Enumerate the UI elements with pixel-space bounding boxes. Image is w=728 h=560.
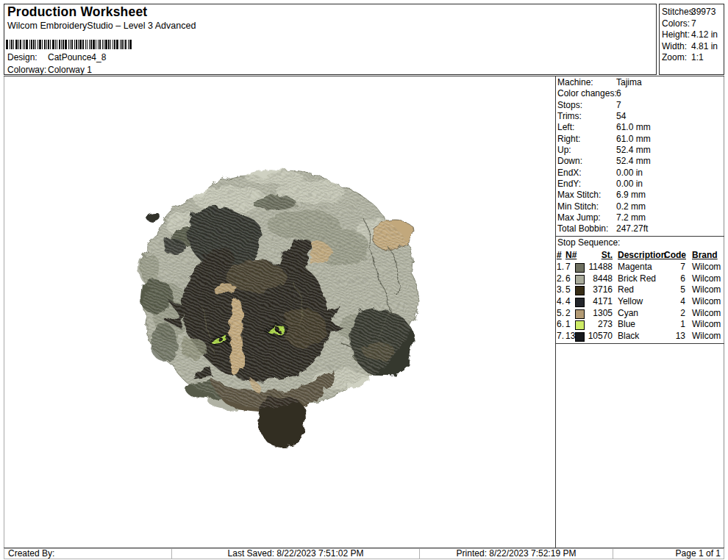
cell-st: 8448 — [585, 273, 613, 284]
machine-info-row: Color changes:6 — [555, 88, 724, 99]
info-value: 7 — [616, 100, 621, 110]
cell-st: 3716 — [585, 284, 613, 295]
cell-needle: 13 — [565, 331, 575, 341]
stat-label: Width: — [662, 41, 687, 51]
cell-num: 7. — [557, 331, 564, 341]
cell-num: 4. — [557, 296, 564, 306]
cell-st: 273 — [585, 319, 613, 329]
cell-description: Magenta — [618, 262, 652, 272]
cell-code: 5 — [664, 284, 685, 295]
machine-info-row: Max Stitch:6.9 mm — [555, 190, 724, 201]
info-value: 54 — [616, 111, 626, 121]
info-label: EndY: — [557, 179, 581, 189]
info-label: Trims: — [557, 111, 582, 121]
machine-info-row: Down:52.4 mm — [555, 156, 724, 167]
machine-info-row: Stops:7 — [555, 100, 724, 111]
cell-num: 1. — [557, 262, 564, 272]
footer-last-saved: Last Saved: 8/22/2023 7:51:02 PM — [171, 548, 420, 559]
stat-label: Height: — [662, 29, 690, 40]
machine-info-row: EndX:0.00 in — [555, 168, 724, 179]
design-label: Design: — [7, 52, 38, 62]
stop-sequence-row: 2.68448Brick Red6Wilcom — [555, 273, 724, 285]
cell-st: 11488 — [585, 262, 613, 272]
design-value: CatPounce4_8 — [48, 52, 106, 62]
col-code: Code — [664, 250, 685, 260]
info-label: Color changes: — [557, 88, 617, 98]
info-value: 247.27ft — [616, 223, 648, 234]
machine-info-row: Total Bobbin:247.27ft — [555, 223, 724, 234]
cell-needle: 7 — [565, 262, 571, 272]
thread-color-swatch — [575, 275, 585, 284]
thread-color-swatch — [575, 320, 585, 330]
col-stitches: St. — [585, 250, 613, 260]
machine-info-row: Right:61.0 mm — [555, 134, 724, 145]
info-label: Min Stitch: — [557, 201, 599, 212]
machine-info-row: Left:61.0 mm — [555, 122, 724, 133]
machine-info-row: Machine:Tajima — [555, 77, 724, 88]
cell-code: 4 — [664, 296, 685, 306]
stop-sequence-divider — [555, 236, 724, 237]
cell-description: Blue — [618, 319, 635, 329]
main-left-border — [4, 76, 4, 548]
stat-label: Colors: — [662, 18, 690, 29]
cell-code: 6 — [664, 273, 685, 284]
footer-printed: Printed: 8/22/2023 7:52:19 PM — [419, 548, 613, 559]
col-description: Description — [618, 250, 666, 260]
info-label: Total Bobbin: — [557, 223, 608, 234]
colorway-value: Colorway 1 — [48, 65, 92, 75]
main-top-border — [4, 76, 724, 76]
table-bottom-border — [555, 343, 724, 344]
stat-value: 39973 — [691, 7, 715, 17]
cell-num: 2. — [557, 273, 564, 284]
cell-code: 13 — [664, 331, 685, 341]
thread-color-swatch — [575, 286, 585, 295]
cell-code: 2 — [664, 308, 685, 318]
design-preview-image — [120, 159, 425, 453]
info-value: 0.00 in — [616, 168, 643, 178]
thread-color-swatch — [575, 309, 585, 319]
col-needle: N# — [565, 250, 577, 260]
cell-description: Yellow — [618, 296, 643, 306]
machine-info-row: Trims:54 — [555, 111, 724, 122]
stat-value: 1:1 — [691, 52, 704, 62]
info-value: 7.2 mm — [616, 212, 646, 223]
barcode — [6, 40, 138, 50]
thread-color-swatch — [575, 332, 585, 342]
stats-row: Colors:7 — [659, 18, 724, 30]
production-worksheet-page: Production Worksheet Wilcom EmbroiderySt… — [0, 0, 728, 560]
machine-info-list: Machine:TajimaColor changes:6Stops:7Trim… — [555, 77, 724, 235]
info-label: Down: — [557, 156, 582, 166]
cell-needle: 5 — [565, 284, 571, 295]
cell-brand: Wilcom — [692, 284, 721, 295]
info-label: Machine: — [557, 77, 593, 87]
machine-info-row: Min Stitch:0.2 mm — [555, 201, 724, 212]
cell-description: Brick Red — [618, 273, 656, 284]
cell-brand: Wilcom — [692, 331, 721, 341]
cell-description: Red — [618, 284, 634, 295]
cell-brand: Wilcom — [692, 273, 721, 284]
cell-st: 10570 — [585, 331, 613, 341]
footer-page-number: Page 1 of 1 — [613, 548, 724, 559]
cell-brand: Wilcom — [692, 262, 721, 272]
colorway-label: Colorway: — [7, 65, 46, 75]
cell-description: Cyan — [618, 308, 638, 318]
cell-needle: 6 — [565, 273, 571, 284]
cell-code: 1 — [664, 319, 685, 329]
info-value: 52.4 mm — [616, 156, 651, 166]
stats-list: Stitches:39973Colors:7Height:4.12 inWidt… — [659, 7, 724, 64]
info-label: Right: — [557, 134, 580, 144]
software-subtitle: Wilcom EmbroideryStudio – Level 3 Advanc… — [7, 21, 196, 31]
cell-num: 3. — [557, 284, 564, 295]
cell-needle: 1 — [565, 319, 571, 329]
stop-sequence-row: 3.53716Red5Wilcom — [555, 284, 724, 296]
info-label: Up: — [557, 145, 571, 155]
stop-sequence-row: 4.44171Yellow4Wilcom — [555, 296, 724, 308]
machine-info-row: EndY:0.00 in — [555, 179, 724, 190]
cell-code: 7 — [664, 262, 685, 272]
stop-sequence-title: Stop Sequence: — [557, 237, 620, 248]
page-title: Production Worksheet — [7, 4, 147, 20]
thread-color-swatch — [575, 298, 585, 307]
cell-brand: Wilcom — [692, 308, 721, 318]
info-value: 52.4 mm — [616, 145, 651, 155]
cell-st: 4171 — [585, 296, 613, 306]
